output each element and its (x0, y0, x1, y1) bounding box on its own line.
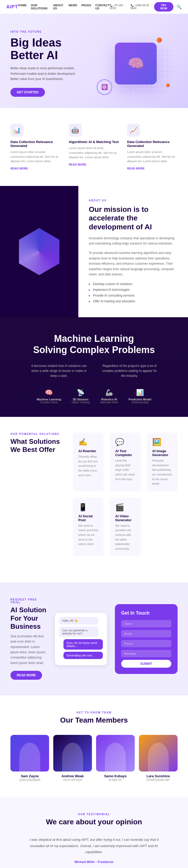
solution-title-5: AI Video Generator (115, 514, 135, 522)
solution-icon-3: 🖼️ (152, 438, 172, 446)
ml-icon-3: 🦾 (100, 389, 118, 396)
contact-message-field[interactable] (121, 650, 171, 657)
ml-items: 🧠 Machine Learning Complex Solve 📡 3D Se… (10, 386, 178, 406)
about-list-item-1: Develop custom AI solutions (89, 281, 178, 287)
nav-pages[interactable]: PAGES (81, 4, 91, 10)
business-section: REQUEST FREE TRIAL AI Solution For Your … (0, 582, 188, 695)
chat-widget: Hello, AI! 👋 Can you generate a website … (55, 613, 107, 665)
about-geometric-shape (16, 228, 63, 275)
ml-item-1: 🧠 Machine Learning Complex Solve (32, 386, 65, 406)
feature-desc-1: Lorem ipsum dolor sit amet, consectetur … (10, 150, 61, 164)
ml-desc2: Regardless of the project's type a lot o… (100, 364, 159, 379)
feature-title-1: Data Collection Relevance Generated (10, 140, 61, 148)
about-tag: ABOUT US (89, 199, 178, 202)
team-member-3: Samo Kobays AI R&D VIT (96, 735, 135, 781)
testimonial-tag: OUR TESTIMONIAL (10, 813, 178, 816)
team-name-1: Sam Zayne (10, 774, 49, 778)
try-now-button[interactable]: TRY NOW (154, 2, 174, 11)
feature-icon-1: 📊 (10, 124, 24, 137)
get-started-button[interactable]: GET STARTED (10, 88, 45, 97)
chat-bubble-1: Hello, AI! 👋 (59, 617, 99, 624)
about-list: Develop custom AI solutions Implement AI… (89, 281, 178, 304)
team-grid: Sam Zayne LEAD ENGINEER Andrew Weak TECH… (10, 735, 178, 781)
business-title: AI Solution For Your Business (10, 606, 47, 630)
team-photo-4 (139, 735, 178, 772)
solution-title-1: AI Rewriter (78, 449, 99, 453)
ml-label-4: Predictive Model (128, 398, 151, 401)
solutions-grid: ✍️ AI Rewriter Diversify What do you fee… (73, 433, 178, 556)
nav-home[interactable]: HOME (18, 4, 27, 10)
hero-title: Big Ideas Better AI (10, 36, 94, 62)
team-photo-3 (96, 735, 135, 772)
testimonial-author: Michael Miller - Freelancer (10, 860, 178, 864)
ml-icon-1: 🧠 (37, 389, 61, 396)
feature-desc-3: Lorem ipsum dolor sit amet, consectetur … (127, 150, 178, 164)
contact-phone-field[interactable] (121, 640, 171, 647)
solution-card-4: 📱 AI Social Post We need to future proof… (73, 498, 104, 557)
hero-cube-3d: 🧠 (115, 43, 157, 85)
nav-solutions[interactable]: OUR SOLUTIONS (31, 4, 49, 10)
ml-label-3: Robotics AI (100, 398, 118, 401)
ml-icon-4: 📊 (128, 389, 151, 396)
team-section: GET TO KNOW TEAM Our Team Members Sam Za… (0, 695, 188, 797)
phone-icon: 📞 (109, 4, 113, 7)
feature-card-2: 🤖 Algorithmic AI & Matching Text Lorem i… (69, 124, 119, 170)
feature-desc-2: Lorem ipsum dolor sit amet, consectetur … (69, 146, 119, 160)
business-tag: REQUEST FREE TRIAL (10, 598, 47, 604)
nav-news[interactable]: NEWS (68, 4, 77, 10)
team-name-4: Lara Sunshine (139, 774, 178, 778)
ml-sub-4: Understanding (128, 401, 151, 404)
hero-orb-1 (157, 37, 162, 43)
solution-icon-2: 💬 (115, 438, 135, 446)
contact-submit-button[interactable]: SUBMIT (121, 660, 171, 668)
contact-email-field[interactable] (121, 630, 171, 637)
about-content: ABOUT US Our mission is to accelerate th… (78, 186, 188, 317)
solution-desc-5: We need to socialize the schema with the… (115, 524, 135, 551)
solutions-tag: OUR POWERFUL SOLUTIONS (10, 433, 63, 435)
navbar: AIPT HOME OUR SOLUTIONS ABOUT US NEWS PA… (0, 0, 188, 14)
navbar-contact-info: 📞 +76 156 - 18:00 📞 +2000 06 56 8044 (109, 4, 151, 10)
ml-sub-3: Automate Work (100, 401, 118, 404)
contact-form: Get In Touch SUBMIT (115, 604, 178, 674)
read-more-2[interactable]: READ MORE (69, 163, 86, 166)
nav-links: HOME OUR SOLUTIONS ABOUT US NEWS PAGES C… (18, 4, 109, 10)
about-title: Our mission is to accelerate the develop… (89, 205, 178, 231)
hero-atom-decoration: ⚛️ (97, 79, 112, 95)
solution-icon-5: 🎬 (115, 503, 135, 512)
solutions-title: What Solutions We Best Offer (10, 437, 63, 454)
solution-desc-3: Personal development fast publishing an … (152, 459, 172, 486)
feature-icon-2: 🤖 (69, 124, 82, 137)
feature-card-3: 📈 Data Collection Relevance Generated Lo… (127, 124, 178, 170)
search-icon[interactable]: 🔍 (177, 4, 182, 9)
feature-title-2: Algorithmic AI & Matching Text (69, 140, 119, 144)
testimonial-text: I was skeptical at first about using AIP… (29, 837, 159, 855)
ml-sub-2: Object Tracking (72, 401, 89, 404)
feature-icon-3: 📈 (127, 124, 140, 137)
business-cta-button[interactable]: READ MORE (10, 671, 42, 680)
testimonial-title: We care about your opinion (10, 818, 178, 826)
hero-content: INTO THE FUTURE Big Ideas Better AI Bett… (10, 30, 94, 97)
ml-label-2: 3D Sensors (72, 398, 89, 401)
read-more-3[interactable]: READ MORE (127, 167, 145, 170)
ml-section: Machine Learning Solving Complex Problem… (0, 317, 188, 417)
chat-bubble-4: Generating site now... (64, 652, 103, 659)
contact-name-field[interactable] (121, 620, 171, 627)
nav-contact[interactable]: CONTACT US (95, 4, 109, 10)
read-more-1[interactable]: READ MORE (10, 167, 28, 170)
about-list-item-3: Provide AI consulting services (89, 292, 178, 299)
team-member-4: Lara Sunshine STRATEGEMA SMT (139, 735, 178, 781)
team-title: Our Team Members (10, 716, 178, 724)
chat-bubble-3: Sure, let me know some details... (64, 639, 103, 650)
about-desc2: To provide advanced machine learning alg… (89, 250, 178, 277)
business-content: REQUEST FREE TRIAL AI Solution For Your … (10, 598, 47, 680)
solution-desc-1: Diversify What do you feel you would bri… (78, 455, 99, 477)
team-role-2: TECH OFFICER (53, 779, 92, 781)
team-photo-1 (10, 735, 49, 772)
team-member-2: Andrew Weak TECH OFFICER (53, 735, 92, 781)
team-member-1: Sam Zayne LEAD ENGINEER (10, 735, 49, 781)
team-tag: GET TO KNOW TEAM (10, 711, 178, 714)
about-desc1: Innovative technology company that speci… (89, 236, 178, 246)
nav-about[interactable]: ABOUT US (53, 4, 64, 10)
team-photo-2 (53, 735, 92, 772)
about-list-item-4: Offer AI training and education (89, 299, 178, 304)
